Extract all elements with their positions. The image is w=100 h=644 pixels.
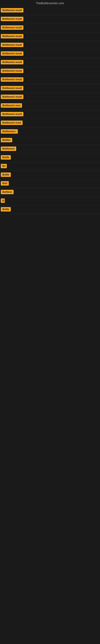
bottleneck-result-badge[interactable]: Bottleneck result xyxy=(1,17,23,21)
bottleneck-result-badge[interactable]: Bottleneck result xyxy=(1,51,23,56)
list-item: Bottleneck result xyxy=(0,6,100,15)
bottleneck-result-badge[interactable]: Bottleneck result xyxy=(1,60,23,64)
list-item: Bottleneck result xyxy=(0,84,100,93)
list-item: Bott xyxy=(0,180,100,188)
list-item: Bottle xyxy=(0,154,100,162)
list-item: Bottleneck result xyxy=(0,76,100,84)
list-item: Bottleneck result xyxy=(0,24,100,32)
list-item: Bottleneck result xyxy=(0,50,100,58)
site-header: TheBottlenecker.com xyxy=(0,0,100,6)
bottleneck-result-badge[interactable]: Bottleneck result xyxy=(1,112,23,116)
bottleneck-result-badge[interactable]: Bottleneck r xyxy=(1,129,18,134)
bottleneck-result-badge[interactable]: Bottle xyxy=(1,172,11,177)
bottleneck-result-badge[interactable]: Bottlen xyxy=(1,138,12,142)
list-item: Bottleneck result xyxy=(0,15,100,24)
list-item: Bottleneck result xyxy=(0,110,100,119)
bottleneck-result-badge[interactable]: Bottleneck result xyxy=(1,77,23,82)
bottleneck-result-badge[interactable]: Bottleneck resul xyxy=(1,120,23,125)
rows-container: Bottleneck resultBottleneck resultBottle… xyxy=(0,6,100,214)
list-item: Bottleneck result xyxy=(0,67,100,76)
list-item: Bottleneck result xyxy=(0,93,100,102)
bottleneck-result-badge[interactable]: Bottleneck result xyxy=(1,43,23,47)
bottleneck-result-badge[interactable]: B xyxy=(1,198,5,203)
list-item: Bottleneck result xyxy=(0,58,100,67)
list-item: Bottleneck resul xyxy=(0,119,100,128)
list-item: Bottleneck result xyxy=(0,41,100,50)
bottleneck-result-badge[interactable]: Bottleneck result xyxy=(1,94,23,99)
list-item: Bottlene xyxy=(0,188,100,197)
site-title: TheBottlenecker.com xyxy=(0,0,100,6)
list-item: Bottleneck resu xyxy=(0,102,100,110)
bottleneck-result-badge[interactable]: Bottle xyxy=(1,207,11,212)
bottleneck-result-badge[interactable]: Bottleneck result xyxy=(1,8,23,12)
bottleneck-result-badge[interactable]: Bott xyxy=(1,181,9,186)
bottleneck-result-badge[interactable]: Bottle xyxy=(1,155,11,160)
bottleneck-result-badge[interactable]: Bottlene xyxy=(1,190,14,194)
bottleneck-result-badge[interactable]: Bottleneck result xyxy=(1,34,23,38)
bottleneck-result-badge[interactable]: Bo xyxy=(1,164,7,168)
list-item: Bottleneck xyxy=(0,145,100,154)
list-item: Bottle xyxy=(0,171,100,180)
bottleneck-result-badge[interactable]: Bottleneck result xyxy=(1,25,23,30)
list-item: B xyxy=(0,197,100,206)
list-item: Bo xyxy=(0,162,100,171)
list-item: Bottlen xyxy=(0,136,100,145)
bottleneck-result-badge[interactable]: Bottleneck xyxy=(1,146,16,151)
bottleneck-result-badge[interactable]: Bottleneck result xyxy=(1,69,23,73)
list-item: Bottleneck r xyxy=(0,128,100,136)
list-item: Bottle xyxy=(0,206,100,214)
list-item: Bottleneck result xyxy=(0,32,100,41)
bottleneck-result-badge[interactable]: Bottleneck resu xyxy=(1,103,22,108)
bottleneck-result-badge[interactable]: Bottleneck result xyxy=(1,86,23,90)
